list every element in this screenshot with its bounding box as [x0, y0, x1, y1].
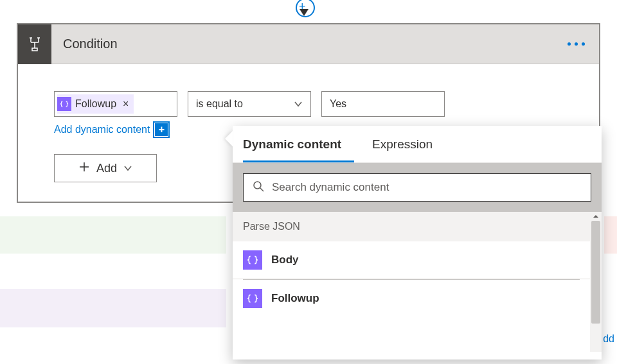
- add-dynamic-content-button[interactable]: +: [155, 123, 168, 136]
- item-label: Followup: [271, 292, 319, 305]
- json-icon: [243, 250, 262, 270]
- flyout-list: Parse JSON Body Followup: [233, 212, 602, 352]
- plus-icon: [78, 161, 90, 175]
- card-title: Condition: [63, 37, 563, 51]
- partial-link: dd: [603, 333, 614, 345]
- condition-left-input[interactable]: Followup ×: [54, 91, 177, 117]
- add-label: Add: [96, 162, 117, 175]
- dynamic-item-body[interactable]: Body: [233, 241, 590, 279]
- add-dynamic-content-link[interactable]: Add dynamic content: [54, 124, 150, 135]
- insert-step-plus[interactable]: +: [299, 0, 306, 13]
- scroll-up-button[interactable]: [590, 212, 602, 221]
- search-input-wrap[interactable]: [243, 173, 591, 202]
- add-row-button[interactable]: Add: [54, 154, 157, 182]
- inner-action-strip: [0, 289, 226, 327]
- yes-branch-strip: [0, 216, 226, 254]
- condition-right-input[interactable]: Yes: [321, 91, 445, 117]
- tab-expression[interactable]: Expression: [372, 126, 445, 162]
- item-label: Body: [271, 254, 299, 266]
- json-icon: [57, 97, 71, 111]
- chevron-down-icon: [294, 100, 303, 108]
- dynamic-content-flyout: Dynamic content Expression Parse JSON Bo…: [233, 126, 602, 360]
- dynamic-token-followup[interactable]: Followup ×: [57, 94, 134, 114]
- condition-row: Followup × is equal to Yes: [54, 91, 563, 117]
- svg-point-0: [254, 182, 261, 189]
- remove-token-button[interactable]: ×: [123, 98, 129, 110]
- condition-icon: [18, 24, 51, 64]
- scrollbar[interactable]: [590, 212, 602, 352]
- chevron-down-icon: [123, 164, 132, 173]
- search-input[interactable]: [272, 181, 582, 194]
- no-branch-strip: [604, 216, 617, 254]
- json-icon: [243, 289, 262, 308]
- more-menu-button[interactable]: [563, 31, 589, 57]
- token-label: Followup: [75, 98, 116, 110]
- operator-dropdown[interactable]: is equal to: [188, 91, 311, 117]
- scroll-thumb[interactable]: [591, 221, 600, 324]
- search-bar-wrap: [233, 163, 602, 212]
- operator-label: is equal to: [196, 98, 243, 110]
- flyout-tabs: Dynamic content Expression: [233, 126, 602, 163]
- group-header-parse-json: Parse JSON: [233, 212, 590, 241]
- tab-dynamic-content[interactable]: Dynamic content: [243, 126, 354, 162]
- card-header[interactable]: Condition: [18, 24, 599, 64]
- search-icon: [253, 180, 264, 195]
- dynamic-item-followup[interactable]: Followup: [233, 280, 590, 317]
